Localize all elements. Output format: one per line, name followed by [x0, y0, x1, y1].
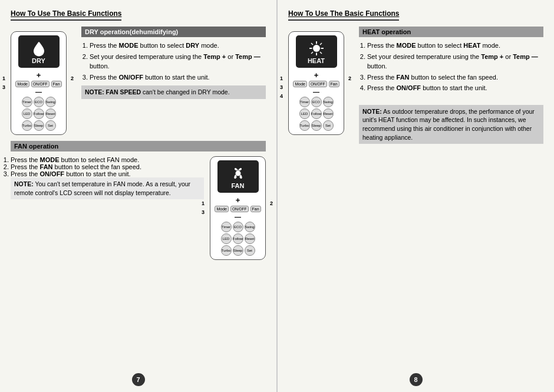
led-btn[interactable]: LED	[22, 108, 32, 119]
fan-instructions: Press the MODE button to select FAN mode…	[11, 156, 204, 260]
heat-remote: HEAT + Mode ON/OFF Fan —	[288, 31, 344, 135]
dry-row1: Timer ECO Swing	[22, 97, 56, 107]
set-btn[interactable]: Set	[45, 120, 56, 131]
dry-button-row: Mode ON/OFF Fan	[14, 81, 63, 87]
dry-display: DRY	[18, 35, 60, 68]
dry-header: DRY operation(dehumidifying)	[81, 27, 266, 37]
onoff-btn[interactable]: ON/OFF	[31, 81, 50, 87]
label-1-dry: 1	[2, 75, 5, 81]
left-page-number: 7	[132, 373, 145, 386]
label-2-heat: 2	[348, 75, 351, 81]
fan-step-3: Press the ON/OFF button to start the uni…	[11, 170, 204, 177]
heat-led-btn[interactable]: LED	[299, 108, 310, 119]
fan-timer-btn[interactable]: Timer	[221, 222, 232, 232]
dry-section: DRY + Mode ON/OFF Fan —	[11, 27, 266, 135]
dry-row2: LED Follow Reset	[22, 108, 56, 119]
swing-btn[interactable]: Swing	[45, 97, 56, 107]
dry-plus-row: +	[14, 71, 63, 80]
label-1-fan: 1	[202, 200, 205, 206]
heat-reset-btn[interactable]: Reset	[323, 108, 334, 119]
fan-remote-area: FAN + Mode ON/OFF Fan	[210, 156, 266, 260]
heat-minus: —	[313, 88, 319, 95]
reset-btn[interactable]: Reset	[45, 108, 56, 119]
svg-point-1	[313, 45, 320, 52]
heat-fan-btn[interactable]: Fan	[329, 81, 339, 87]
fan-controls: + Mode ON/OFF Fan — Timer	[213, 196, 262, 256]
minus-sign: —	[35, 88, 42, 95]
heat-display: HEAT	[296, 35, 337, 68]
dry-minus-row: —	[14, 88, 63, 95]
eco-btn[interactable]: ECO	[34, 97, 44, 107]
dry-row3: Turbo Sleep Set	[22, 120, 56, 131]
page-left: How To Use The Basic Functions DRY +	[0, 0, 277, 392]
fan-onoff-btn[interactable]: ON/OFF	[230, 206, 249, 212]
fan-eco-btn[interactable]: ECO	[233, 222, 243, 232]
fan-section: FAN operation Press the MODE button to s…	[11, 141, 266, 260]
fan-label: FAN	[232, 182, 245, 189]
dry-step-2: Set your desired temperature using the T…	[90, 52, 266, 71]
label-1-heat: 1	[280, 75, 283, 81]
heat-mode-btn[interactable]: Mode	[293, 81, 307, 87]
fan-plus: +	[236, 196, 240, 205]
heat-set-btn[interactable]: Set	[323, 120, 334, 131]
fan-fan-btn[interactable]: Fan	[250, 206, 261, 212]
fan-set-btn[interactable]: Set	[245, 245, 255, 256]
fan-led-btn[interactable]: LED	[221, 233, 232, 244]
svg-line-9	[311, 52, 313, 54]
dry-note: NOTE: FAN SPEED can't be changed in DRY …	[81, 85, 266, 99]
svg-line-8	[320, 43, 322, 45]
label-2-fan: 2	[270, 200, 273, 206]
fan-reset-btn[interactable]: Reset	[245, 233, 255, 244]
sleep-btn[interactable]: Sleep	[34, 120, 44, 131]
label-3-dry: 3	[2, 84, 5, 90]
heat-timer-btn[interactable]: Timer	[299, 97, 310, 107]
heat-controls: + Mode ON/OFF Fan — Timer ECO	[292, 71, 341, 131]
heat-step-2: Set your desired temperature using the T…	[367, 52, 543, 71]
heat-turbo-btn[interactable]: Turbo	[299, 120, 310, 131]
dry-remote: DRY + Mode ON/OFF Fan —	[11, 31, 67, 135]
fan-sleep-btn[interactable]: Sleep	[233, 245, 243, 256]
heat-step-4: Press the ON/OFF button to start the uni…	[367, 83, 543, 93]
label-3-heat: 3	[280, 84, 283, 90]
heat-step-3: Press the FAN button to select the fan s…	[367, 73, 543, 83]
fan-note: NOTE: You can't set temperature in FAN m…	[11, 177, 204, 199]
left-page-title: How To Use The Basic Functions	[11, 9, 121, 21]
fan-steps: Press the MODE button to select FAN mode…	[11, 156, 204, 177]
heat-sleep-btn[interactable]: Sleep	[311, 120, 322, 131]
turbo-btn[interactable]: Turbo	[22, 120, 32, 131]
heat-eco-btn[interactable]: ECO	[311, 97, 322, 107]
fan-turbo-btn[interactable]: Turbo	[221, 245, 232, 256]
dry-instructions: DRY operation(dehumidifying) Press the M…	[81, 27, 266, 135]
heat-step-1: Press the MODE button to select HEAT mod…	[367, 41, 543, 51]
page-right: How To Use The Basic Functions	[277, 0, 554, 392]
fan-step-1: Press the MODE button to select FAN mode…	[11, 156, 204, 163]
heat-section: HEAT + Mode ON/OFF Fan —	[288, 27, 543, 144]
timer-btn[interactable]: Timer	[22, 97, 32, 107]
dry-label: DRY	[32, 57, 45, 64]
heat-swing-btn[interactable]: Swing	[323, 97, 334, 107]
fan-follow-btn[interactable]: Follow	[233, 233, 243, 244]
right-page-number: 8	[410, 373, 423, 386]
mode-btn[interactable]: Mode	[15, 81, 29, 87]
right-page-title: How To Use The Basic Functions	[288, 9, 399, 21]
dry-controls: + Mode ON/OFF Fan — Timer ECO	[14, 71, 63, 131]
fan-minus: —	[235, 213, 241, 220]
heat-label: HEAT	[308, 57, 325, 64]
heat-onoff-btn[interactable]: ON/OFF	[309, 81, 327, 87]
label-3-fan: 3	[202, 209, 205, 215]
heat-follow-btn[interactable]: Follow	[311, 108, 322, 119]
fan-remote: FAN + Mode ON/OFF Fan	[210, 156, 266, 260]
heat-steps: Press the MODE button to select HEAT mod…	[359, 41, 543, 93]
heat-plus: +	[314, 71, 319, 80]
heat-instructions: HEAT operation Press the MODE button to …	[359, 27, 543, 144]
follow-btn[interactable]: Follow	[34, 108, 44, 119]
heat-header: HEAT operation	[359, 27, 543, 37]
heat-note: NOTE: As outdoor temperature drops, the …	[359, 105, 543, 144]
fan-mode-btn[interactable]: Mode	[215, 206, 229, 212]
fan-swing-btn[interactable]: Swing	[245, 222, 255, 232]
label-4-heat: 4	[280, 93, 283, 99]
dry-remote-container: DRY + Mode ON/OFF Fan —	[11, 27, 75, 135]
svg-point-0	[235, 170, 240, 176]
fan-step-2: Press the FAN button to select the fan s…	[11, 163, 204, 170]
fan-btn[interactable]: Fan	[51, 81, 62, 87]
